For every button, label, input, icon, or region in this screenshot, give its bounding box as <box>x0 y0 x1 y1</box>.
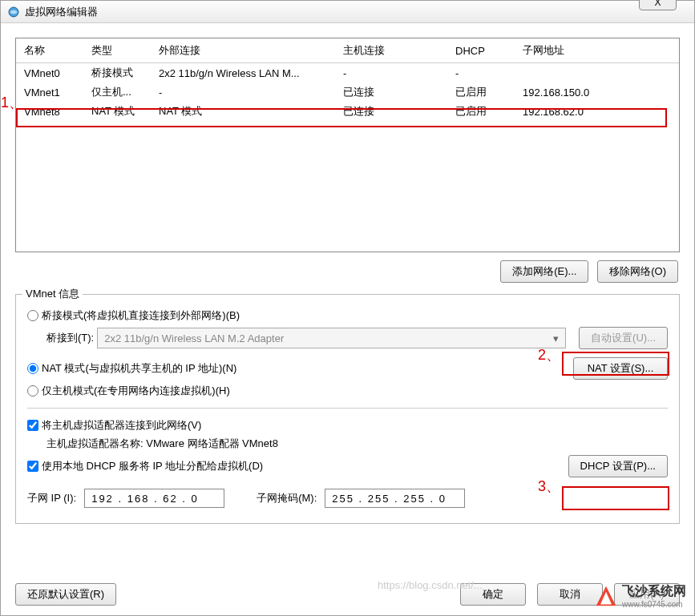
subnet-ip-input[interactable]: 192 . 168 . 62 . 0 <box>84 489 224 508</box>
connect-host-adapter-label: 将主机虚拟适配器连接到此网络(V) <box>42 418 201 433</box>
adapter-name-text: 主机虚拟适配器名称: VMware 网络适配器 VMnet8 <box>46 437 278 451</box>
fieldset-legend: VMnet 信息 <box>22 287 83 301</box>
network-table: 名称 类型 外部连接 主机连接 DHCP 子网地址 VMnet0 桥接模式 2x… <box>15 38 680 252</box>
col-dhcp[interactable]: DHCP <box>447 38 515 63</box>
use-dhcp-label: 使用本地 DHCP 服务将 IP 地址分配给虚拟机(D) <box>42 459 263 473</box>
watermark-icon <box>595 585 617 607</box>
bridge-mode-radio[interactable] <box>27 310 38 321</box>
table-header: 名称 类型 外部连接 主机连接 DHCP 子网地址 <box>16 38 679 63</box>
close-button[interactable]: X <box>639 0 677 10</box>
table-row[interactable]: VMnet0 桥接模式 2x2 11b/g/n Wireless LAN M..… <box>16 63 679 83</box>
bridge-to-label: 桥接到(T): <box>46 331 94 345</box>
restore-defaults-button[interactable]: 还原默认设置(R) <box>15 583 116 606</box>
hostonly-mode-radio[interactable] <box>27 385 38 397</box>
col-host[interactable]: 主机连接 <box>335 38 447 63</box>
nat-mode-label: NAT 模式(与虚拟机共享主机的 IP 地址)(N) <box>42 361 236 376</box>
hostonly-mode-label: 仅主机模式(在专用网络内连接虚拟机)(H) <box>42 384 230 398</box>
table-row[interactable]: VMnet1 仅主机... - 已连接 已启用 192.168.150.0 <box>16 83 679 102</box>
col-subnet[interactable]: 子网地址 <box>515 38 679 63</box>
remove-network-button[interactable]: 移除网络(O) <box>597 260 678 283</box>
subnet-ip-label: 子网 IP (I): <box>27 491 76 505</box>
col-type[interactable]: 类型 <box>83 38 151 63</box>
window-title: 虚拟网络编辑器 <box>25 5 98 19</box>
subnet-mask-label: 子网掩码(M): <box>257 491 317 505</box>
title-bar: 虚拟网络编辑器 <box>1 1 694 23</box>
chevron-down-icon: ▾ <box>553 332 559 344</box>
add-network-button[interactable]: 添加网络(E)... <box>500 260 588 283</box>
table-row[interactable]: VMnet8 NAT 模式 NAT 模式 已连接 已启用 192.168.62.… <box>16 102 679 121</box>
auto-settings-button[interactable]: 自动设置(U)... <box>579 327 668 349</box>
bridge-mode-label: 桥接模式(将虚拟机直接连接到外部网络)(B) <box>42 308 240 323</box>
app-icon <box>7 6 20 18</box>
dhcp-settings-button[interactable]: DHCP 设置(P)... <box>568 455 668 477</box>
bridge-adapter-select[interactable]: 2x2 11b/g/n Wireless LAN M.2 Adapter ▾ <box>97 328 566 348</box>
use-dhcp-checkbox[interactable] <box>27 461 38 472</box>
connect-host-adapter-checkbox[interactable] <box>27 420 38 431</box>
vmnet-info-fieldset: VMnet 信息 桥接模式(将虚拟机直接连接到外部网络)(B) 桥接到(T): … <box>15 294 680 524</box>
nat-settings-button[interactable]: NAT 设置(S)... <box>573 357 668 380</box>
nat-mode-radio[interactable] <box>27 363 38 374</box>
cancel-button[interactable]: 取消 <box>537 583 603 606</box>
ok-button[interactable]: 确定 <box>460 583 526 606</box>
col-external[interactable]: 外部连接 <box>151 38 335 63</box>
col-name[interactable]: 名称 <box>16 38 83 63</box>
site-watermark: 飞沙系统网 www.fs0745.com <box>595 583 686 609</box>
subnet-mask-input[interactable]: 255 . 255 . 255 . 0 <box>325 489 465 508</box>
